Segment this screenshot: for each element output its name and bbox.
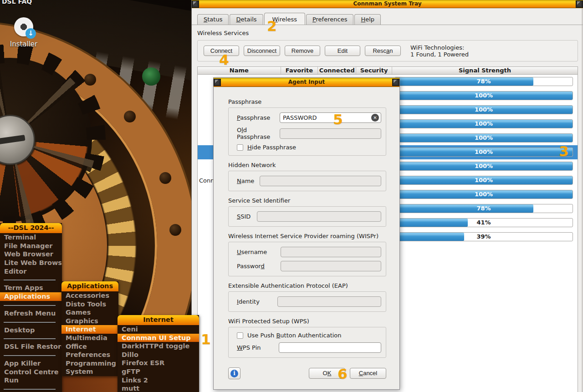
menu-item-system[interactable]: System — [61, 367, 118, 376]
edit-button[interactable]: Edit — [325, 46, 360, 56]
menu-item-mutt[interactable]: mutt — [118, 384, 199, 392]
installer-disc-icon: ↓ — [14, 17, 33, 36]
wallpaper-rivet — [159, 172, 171, 184]
annotation-step-1: 1 — [201, 331, 211, 347]
dialog-footer: i OK Cancel — [228, 367, 386, 379]
desktop-label-dsl-faq[interactable]: DSL FAQ — [2, 0, 32, 5]
menu-item-lite-web-browser[interactable]: Lite Web Browser — [0, 259, 62, 267]
menu-item-darkhttpd-toggle[interactable]: DarkHTTPd toggle — [118, 342, 199, 351]
old-passphrase-input[interactable] — [280, 128, 381, 139]
tab-preferences[interactable]: Preferences — [306, 14, 353, 25]
tab-help[interactable]: Help — [354, 14, 381, 25]
tab-status[interactable]: Status — [197, 14, 229, 25]
menu-item-applications[interactable]: Applications — [0, 292, 62, 301]
signal-strength-bar: 100% — [394, 105, 573, 114]
hide-passphrase-checkbox[interactable] — [237, 144, 243, 151]
wps-pin-input[interactable] — [279, 342, 381, 353]
menu-item-office[interactable]: Office — [61, 342, 118, 351]
wps-pin-label: WPS Pin — [237, 344, 279, 351]
info-button[interactable]: i — [228, 367, 240, 379]
menu-item-web-browser[interactable]: Web Browser — [0, 250, 62, 259]
menu-item-disto-tools[interactable]: Disto Tools — [61, 300, 118, 309]
tab-details[interactable]: Details — [230, 14, 263, 25]
menu-item-editor[interactable]: Editor — [0, 267, 62, 276]
menu-item-file-manager[interactable]: File Manager — [0, 242, 62, 250]
cancel-button[interactable]: Cancel — [350, 368, 386, 379]
column-header-security[interactable]: Security — [356, 67, 392, 74]
applications-submenu: Applications Accessories Disto Tools Gam… — [61, 281, 118, 376]
wispr-password-input[interactable] — [281, 261, 381, 271]
close-icon[interactable] — [576, 0, 583, 8]
menu-item-desktop[interactable]: Desktop — [0, 326, 62, 335]
menu-item-multimedia[interactable]: Multimedia — [61, 334, 118, 342]
menu-item-gftp[interactable]: gFTP — [118, 367, 199, 376]
signal-strength-bar: 100% — [394, 190, 573, 199]
menu-item-terminal[interactable]: Terminal — [0, 233, 62, 242]
menu-item-links-2[interactable]: Links 2 — [118, 376, 199, 385]
menu-separator — [0, 275, 62, 284]
menu-separator — [0, 301, 62, 309]
eap-group-title: Extensible Authentication Protocol (EAP) — [228, 282, 386, 289]
agent-input-dialog: Agent Input Passphrase Passphrase ✕ Old … — [213, 77, 400, 390]
menu-item-run[interactable]: Run — [0, 376, 62, 385]
close-icon[interactable] — [392, 79, 399, 86]
installer-label: Installer — [6, 40, 41, 48]
annotation-step-6: 6 — [338, 366, 348, 382]
ssid-group-title: Service Set Identifier — [228, 197, 386, 204]
menu-item-graphics[interactable]: Graphics — [61, 317, 118, 326]
clear-text-icon[interactable]: ✕ — [371, 114, 379, 122]
menu-item-dsl-file-restore[interactable]: DSL File Restore — [0, 342, 62, 351]
wispr-password-label: Password — [237, 263, 281, 270]
wallpaper-orange-wedges — [0, 58, 92, 222]
passphrase-label: Passphrase — [237, 114, 280, 121]
wispr-group-title: Wireless Internet Service Provider roami… — [228, 233, 386, 239]
rescan-button[interactable]: Rescan — [365, 46, 401, 56]
remove-button[interactable]: Remove — [285, 46, 320, 56]
push-button-auth-checkbox[interactable] — [237, 332, 243, 339]
passphrase-group-title: Passphrase — [228, 98, 386, 105]
wps-group: Use Push Button Authentication WPS Pin — [228, 327, 386, 358]
menu-item-ceni[interactable]: Ceni — [118, 325, 199, 334]
column-header-favorite[interactable]: Favorite — [281, 67, 318, 74]
menu-item-dillo[interactable]: Dillo — [118, 351, 199, 359]
ssid-input[interactable] — [257, 211, 381, 222]
passphrase-input[interactable] — [280, 112, 381, 123]
menu-item-internet[interactable]: Internet — [61, 325, 118, 334]
menu-item-control-centre[interactable]: Control Centre — [0, 368, 62, 377]
wallpaper-dark-gear-teeth — [0, 44, 106, 235]
menu-item-games[interactable]: Games — [61, 308, 118, 317]
wireless-services-label: Wireless Services — [197, 30, 249, 36]
hidden-network-group: Name — [228, 171, 386, 191]
menu-item-app-killer[interactable]: App Killer — [0, 359, 62, 368]
signal-strength-bar: 100% — [394, 176, 573, 185]
column-header-signal-strength[interactable]: Signal Strength — [392, 67, 578, 74]
wispr-username-input[interactable] — [281, 247, 381, 257]
menu-item-refresh-menu[interactable]: Refresh Menu — [0, 309, 62, 318]
menu-item-term-apps[interactable]: Term Apps — [0, 284, 62, 292]
dialog-title: Agent Input — [214, 79, 399, 85]
connman-titlebar[interactable]: Connman System Tray — [192, 0, 583, 8]
disconnect-button[interactable]: Disconnect — [244, 46, 280, 56]
installer-desktop-icon[interactable]: ↓ Installer — [6, 17, 41, 48]
menu-item-firefox-esr[interactable]: Firefox ESR — [118, 359, 199, 367]
hidden-network-name-input[interactable] — [260, 176, 381, 186]
menu-item-preferences[interactable]: Preferences — [61, 351, 118, 359]
column-header-connected[interactable]: Connected — [318, 67, 356, 74]
wallpaper-dark-gear — [0, 58, 92, 222]
menu-item-accessories[interactable]: Accessories — [61, 291, 118, 300]
menu-item-programming[interactable]: Programming — [61, 359, 118, 368]
passphrase-group: Passphrase ✕ Old Passphrase Hide Passphr… — [228, 107, 386, 156]
eap-identity-input[interactable] — [277, 296, 381, 307]
applications-menu-title: Applications — [61, 281, 118, 291]
signal-strength-bar: 100% — [394, 133, 573, 143]
signal-strength-bar: 100% — [394, 91, 573, 100]
wallpaper-rivet — [124, 111, 136, 122]
dialog-titlebar[interactable]: Agent Input — [214, 78, 399, 87]
ssid-group: SSID — [228, 206, 386, 227]
signal-strength-bar: 39% — [394, 232, 573, 241]
internet-submenu: Internet Ceni Connman UI Setup DarkHTTPd… — [118, 315, 199, 392]
column-header-name[interactable]: Name — [198, 67, 281, 74]
signal-strength-bar: 100% — [394, 148, 573, 157]
menu-item-connman-ui-setup[interactable]: Connman UI Setup — [118, 334, 199, 342]
menu-separator — [0, 318, 62, 326]
